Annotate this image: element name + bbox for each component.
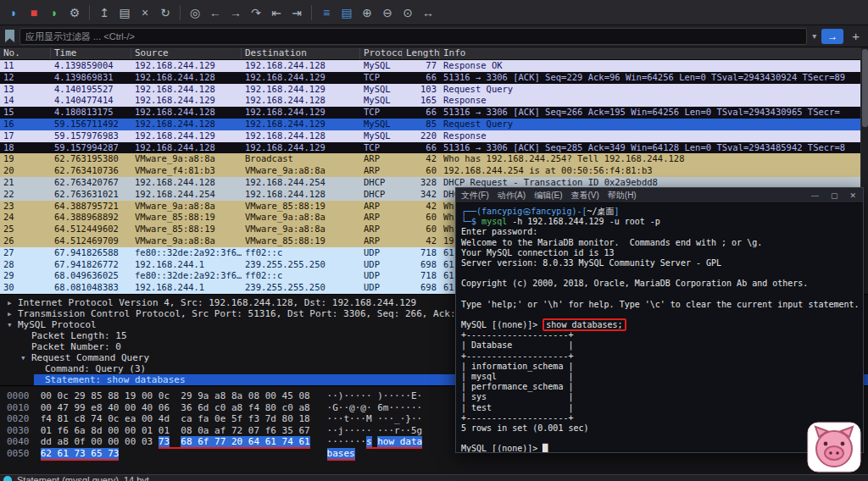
hex-text <box>30 448 41 459</box>
hex-text: 0020 <box>7 413 30 424</box>
column-header-source[interactable]: Source <box>131 47 242 59</box>
packet-cell: UDP <box>360 282 403 294</box>
hex-text: 0050 <box>7 448 30 459</box>
terminal-window-button[interactable]: ▢ <box>829 191 840 200</box>
column-header-time[interactable]: Time <box>51 47 131 59</box>
terminal-line: +--------------------+ <box>461 351 858 362</box>
indent-spacer <box>20 341 31 352</box>
capture-options-button[interactable]: ⚙ <box>65 3 84 22</box>
packet-row[interactable]: 154.180813175192.168.244.128192.168.244.… <box>0 107 868 119</box>
filter-bar: ▾ → + <box>0 25 868 47</box>
go-forward-button[interactable]: → <box>226 3 245 22</box>
column-header-length[interactable]: Length <box>403 47 440 59</box>
column-header-info[interactable]: Info <box>440 47 868 59</box>
terminal-text: +--------------------+ <box>461 413 573 423</box>
column-header-no[interactable]: No. <box>0 47 51 59</box>
terminal-menu-item[interactable]: 动作(A) <box>498 190 526 202</box>
packet-cell: ARP <box>360 235 403 247</box>
save-file-button[interactable]: ▤ <box>115 3 134 22</box>
packet-row[interactable]: 124.139869831192.168.244.128192.168.244.… <box>0 72 868 84</box>
close-file-button[interactable]: × <box>136 3 154 22</box>
packet-cell: VMware_9a:a8:8a <box>131 201 242 213</box>
apply-filter-button[interactable]: → <box>821 29 843 44</box>
filter-bookmark-icon[interactable] <box>5 30 14 42</box>
packet-cell: 67.941826772 <box>51 259 131 271</box>
terminal-line: MySQL [(none)]> show databases; <box>461 320 858 330</box>
packet-row[interactable]: 134.140195527192.168.244.128192.168.244.… <box>0 84 868 96</box>
terminal-window-button[interactable]: — <box>810 191 821 200</box>
filter-dropdown-icon[interactable]: ▾ <box>812 31 816 41</box>
zoom-reset-button[interactable]: ⊙ <box>398 3 417 22</box>
terminal-line: | information_schema | <box>461 362 858 372</box>
detail-text: Request Command Query <box>31 352 149 363</box>
packet-cell: 62.763410736 <box>51 165 131 177</box>
terminal-text: MySQL [(none)]> <box>461 444 542 453</box>
start-capture-button[interactable]: ◗ <box>4 3 23 22</box>
terminal-cursor: █ <box>542 444 548 453</box>
colorize-packets-button[interactable]: ▤ <box>337 3 356 22</box>
scrollbar-thumb[interactable] <box>862 49 868 127</box>
packet-row[interactable]: 1962.763195380VMware_9a:a8:8aBroadcastAR… <box>0 153 868 165</box>
terminal-window[interactable]: 文件(F)动作(A)编辑(E)查看(V)帮助(H)—▢✕ ┌──(fancypi… <box>455 187 864 453</box>
hex-text: 0000 <box>7 390 30 401</box>
packet-cell: VMware_85:88:19 <box>131 224 242 235</box>
terminal-text: +--------------------+ <box>461 351 573 361</box>
zoom-out-button[interactable]: ⊖ <box>378 3 397 22</box>
packet-cell: 24 <box>0 212 51 224</box>
column-header-protocol[interactable]: Protocol <box>360 47 403 59</box>
terminal-line: Your MySQL connection id is 13 <box>461 248 858 258</box>
packet-cell: 192.168.244.1 <box>131 282 242 294</box>
resize-columns-button[interactable]: ↔ <box>419 3 437 22</box>
go-to-packet-button[interactable]: ↷ <box>247 3 265 22</box>
terminal-menu-item[interactable]: 文件(F) <box>461 190 489 202</box>
reload-file-button[interactable]: ↻ <box>156 3 175 22</box>
terminal-menu-item[interactable]: 查看(V) <box>570 190 598 202</box>
packet-row[interactable]: 2062.763410736VMware_f4:81:b3VMware_9a:a… <box>0 165 868 177</box>
packet-row[interactable]: 1759.157976983192.168.244.129192.168.244… <box>0 130 868 142</box>
go-back-button[interactable]: ← <box>206 3 225 22</box>
go-last-button[interactable]: ⇥ <box>287 3 306 22</box>
packet-cell: 16 <box>0 119 51 130</box>
packet-cell: 328 <box>403 177 440 189</box>
find-packet-button[interactable]: ◎ <box>186 3 204 22</box>
terminal-menu-item[interactable]: 帮助(H) <box>608 190 637 202</box>
packet-cell: 192.168.244.129 <box>242 107 360 119</box>
packet-cell: 192.168.244.128 <box>242 130 360 142</box>
terminal-menu-item[interactable]: 编辑(E) <box>534 190 562 202</box>
auto-scroll-button[interactable]: ≡ <box>317 3 336 22</box>
detail-text: Command: Query (3) <box>45 363 146 374</box>
zoom-in-button[interactable]: ⊕ <box>358 3 376 22</box>
terminal-line: +--------------------+ <box>461 330 858 340</box>
expert-info-icon[interactable] <box>3 476 12 481</box>
packet-cell: VMware_9a:a8:8a <box>131 235 242 247</box>
open-file-button[interactable]: ↥ <box>95 3 114 22</box>
packet-cell: UDP <box>360 259 403 271</box>
packet-row[interactable]: 1859.157994287192.168.244.128192.168.244… <box>0 142 868 154</box>
expand-arrow-icon[interactable]: ▾ <box>20 352 31 363</box>
column-header-destination[interactable]: Destination <box>242 47 360 59</box>
packet-cell: 64.512469709 <box>51 235 131 247</box>
terminal-content[interactable]: ┌──(fancypig㉿fancypig)-[~/桌面]└─$ mysql -… <box>456 203 863 453</box>
packet-row[interactable]: 144.140477414192.168.244.129192.168.244.… <box>0 95 868 107</box>
hex-text <box>30 390 41 401</box>
packet-cell: 239.255.255.250 <box>242 282 360 294</box>
hex-highlight: bases <box>327 448 355 461</box>
terminal-window-button[interactable]: ✕ <box>848 191 858 200</box>
restart-capture-button[interactable]: ◗ <box>45 3 64 22</box>
packet-cell: 192.168.244.128 <box>131 72 242 84</box>
expand-arrow-icon[interactable]: ▸ <box>7 297 18 308</box>
packet-row[interactable]: 1659.156711492192.168.244.128192.168.244… <box>0 119 868 130</box>
packet-row[interactable]: 114.139859004192.168.244.129192.168.244.… <box>0 60 868 72</box>
display-filter-input[interactable] <box>19 28 807 45</box>
packet-cell: 66 <box>403 107 440 119</box>
terminal-text: | test | <box>461 403 573 412</box>
go-first-button[interactable]: ⇤ <box>267 3 286 22</box>
add-filter-button[interactable]: + <box>849 29 863 43</box>
stop-capture-button[interactable]: ■ <box>25 3 43 22</box>
expand-arrow-icon[interactable]: ▾ <box>7 319 18 330</box>
terminal-line <box>461 290 858 300</box>
detail-text: Packet Number: 0 <box>31 341 121 352</box>
expand-arrow-icon[interactable]: ▸ <box>7 308 18 319</box>
packet-cell: ARP <box>360 212 403 224</box>
packet-cell: fe80::32de:2a92:3f6… <box>131 270 242 282</box>
